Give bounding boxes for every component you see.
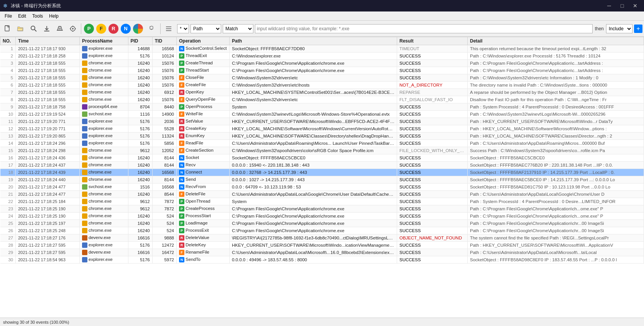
cell-pid: 5176 [128,140,152,147]
menu-tools[interactable]: Tools [29,12,46,20]
search-button[interactable] [28,23,40,35]
table-row[interactable]: 16 2021-11-22 17:18:24 436 chrome.exe 16… [0,154,644,162]
cell-time: 2021-11-22 17:18:24 477 [16,191,80,198]
cell-time: 2021-11-22 17:18:24 298 [16,147,80,154]
app-icon: ❄ [3,3,8,9]
table-container[interactable]: NO. Time ProcessName PID TID Operation P… [0,37,644,318]
cell-pid: 9612 [128,147,152,154]
cell-detail: Path : HKEY_LOCAL_MACHINE\SOFTWARE\Class… [468,133,644,140]
cell-time: 2021-11-22 17:18:24 296 [16,140,80,147]
table-row[interactable]: 20 2021-11-22 17:18:24 477 svchost.exe 1… [0,183,644,191]
table-row[interactable]: 5 2021-11-22 17:18:18 555 chrome.exe 162… [0,74,644,82]
table-row[interactable]: 17 2021-11-22 17:18:24 437 chrome.exe 16… [0,162,644,169]
table-row[interactable]: 25 2021-11-22 17:18:25 197 chrome.exe 16… [0,220,644,227]
cell-detail: Path : C:\Program Files\Google\Chrome\Ap… [468,67,644,74]
table-row[interactable]: 28 2021-11-22 17:18:27 595 explorer.exe … [0,242,644,249]
table-row[interactable]: 21 2021-11-22 17:18:24 477 chrome.exe 16… [0,191,644,198]
cell-result: SUCCESS [397,60,468,67]
table-row[interactable]: 8 2021-11-22 17:18:18 555 chrome.exe 162… [0,96,644,103]
cell-path: C:\Windows\System32\spool\drivers\color\… [230,147,397,154]
cell-pid: 16240 [128,89,152,96]
cell-tid: 8144 [152,154,176,162]
cell-pid: 16240 [128,74,152,82]
table-row[interactable]: 1 2021-11-22 17:18:17 930 explorer.exe 1… [0,45,644,52]
menu-file[interactable]: File [2,12,15,20]
menu-help[interactable]: Help [46,12,62,20]
table-row[interactable]: 26 2021-11-22 17:18:25 248 chrome.exe 16… [0,227,644,234]
table-row[interactable]: 24 2021-11-22 17:18:25 190 chrome.exe 16… [0,213,644,220]
filter-match-select[interactable]: Match Contains Excludes [223,24,253,33]
table-row[interactable]: 23 2021-11-22 17:18:25 190 chrome.exe 96… [0,205,644,213]
cell-tid: 8440 [152,103,176,111]
cell-operation: PLoadImage [177,220,230,227]
filter-wildcard-select[interactable]: * [177,24,189,33]
cell-result: SUCCESS [397,103,468,111]
table-row[interactable]: 4 2021-11-22 17:18:18 555 chrome.exe 162… [0,67,644,74]
close-button[interactable]: ✕ [629,0,641,11]
table-row[interactable]: 14 2021-11-22 17:18:24 296 explorer.exe … [0,140,644,147]
cell-tid: 524 [152,220,176,227]
cell-detail: Path : C:\Users\Administrator\AppData\Ro… [468,140,644,147]
cell-tid: 524 [152,213,176,220]
cell-no: 30 [0,256,16,264]
cell-time: 2021-11-22 17:18:18 758 [16,103,80,111]
table-row[interactable]: 3 2021-11-22 17:18:18 555 chrome.exe 162… [0,60,644,67]
table-row[interactable]: 12 2021-11-22 17:19:20 771 explorer.exe … [0,125,644,133]
process-button[interactable] [67,23,79,35]
table-row[interactable]: 18 2021-11-22 17:18:24 439 chrome.exe 16… [0,169,644,176]
cell-path: 0.0.0 : 64709 <- 10.123.119.98 : 53 [230,183,397,191]
filter-input[interactable] [255,24,593,33]
settings-btn[interactable] [145,23,158,35]
cell-no: 15 [0,147,16,154]
filter-include-select[interactable]: Include Exclude [606,24,632,33]
new-button[interactable] [2,23,14,35]
download-button[interactable] [41,23,53,35]
cell-no: 4 [0,67,16,74]
cell-pid: 5176 [128,125,152,133]
cell-pid: 1516 [128,183,152,191]
table-row[interactable]: 15 2021-11-22 17:18:24 298 chrome.exe 96… [0,147,644,154]
cell-detail: The system cannot find the file specifie… [468,234,644,242]
cell-result: SUCCESS [397,125,468,133]
table-row[interactable]: 19 2021-11-22 17:18:24 440 chrome.exe 16… [0,176,644,183]
col-header-time: Time [16,37,80,45]
cell-time: 2021-11-22 17:18:27 595 [16,242,80,249]
table-row[interactable]: 22 2021-11-22 17:18:25 184 chrome.exe 96… [0,198,644,205]
menu-edit[interactable]: Edit [15,12,29,20]
list-button[interactable] [163,23,175,35]
cell-process: chrome.exe [80,147,128,154]
cell-result: SUCCESS [397,133,468,140]
minimize-button[interactable]: ─ [603,0,615,11]
table-row[interactable]: 6 2021-11-22 17:18:18 555 chrome.exe 162… [0,82,644,89]
table-row[interactable]: 27 2021-11-22 17:18:27 176 devenv.exe 16… [0,234,644,242]
red-circle-btn[interactable]: R [108,24,118,34]
cell-operation: RCreateKey [177,125,230,133]
cell-operation: NSend [177,176,230,183]
cell-tid: 5972 [152,256,176,264]
cell-result: SUCCESS [397,52,468,60]
cell-detail: Disallow the Fast IO path for this opera… [468,96,644,103]
table-row[interactable]: 11 2021-11-22 17:19:20 771 explorer.exe … [0,118,644,125]
green-circle-btn[interactable]: P [84,24,94,34]
cell-process: chrome.exe [80,198,128,205]
yellow-circle-btn[interactable]: F [96,24,106,34]
add-filter-button[interactable]: + [634,25,642,33]
filter-field-select[interactable]: Path Operation Result Process [191,24,221,33]
table-row[interactable]: 9 2021-11-22 17:18:18 758 procexp64.exe … [0,103,644,111]
maximize-button[interactable]: □ [616,0,628,11]
toolbar-separator-1 [81,23,81,34]
table-row[interactable]: 7 2021-11-22 17:18:18 555 chrome.exe 162… [0,89,644,96]
table-row[interactable]: 30 2021-11-22 17:18:54 963 explorer.exe … [0,256,644,264]
cell-tid: 9888 [152,234,176,242]
open-button[interactable] [15,23,27,35]
table-row[interactable]: 2 2021-11-22 17:18:18 258 explorer.exe 5… [0,52,644,60]
table-row[interactable]: 10 2021-11-22 17:19:19 524 svchost.exe 1… [0,111,644,118]
cell-tid: 16568 [152,183,176,191]
blue-circle-btn[interactable]: N [121,24,131,34]
table-row[interactable]: 29 2021-11-22 17:18:27 595 devenv.exe 16… [0,249,644,256]
table-row[interactable]: 13 2021-11-22 17:19:20 865 explorer.exe … [0,133,644,140]
cell-time: 2021-11-22 17:18:25 190 [16,213,80,220]
clear-button[interactable] [54,23,66,35]
cell-tid: 524 [152,227,176,234]
multicolor-circle-btn[interactable] [133,24,143,34]
